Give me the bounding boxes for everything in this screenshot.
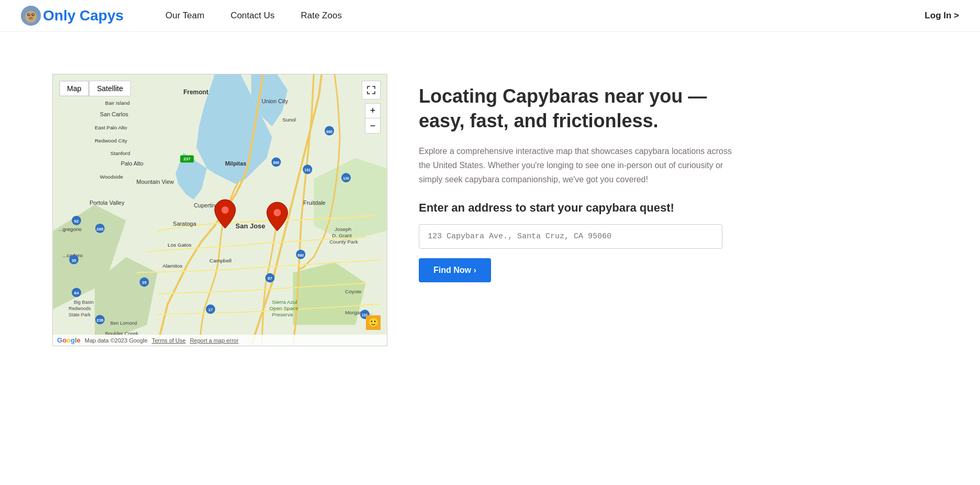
svg-text:Campbell: Campbell <box>209 258 231 263</box>
svg-text:101: 101 <box>305 168 311 172</box>
map-footer: Google Map data ©2023 Google Terms of Us… <box>53 335 387 346</box>
nav-contact-us[interactable]: Contact Us <box>220 0 285 32</box>
svg-text:680: 680 <box>326 130 332 134</box>
address-input[interactable] <box>419 224 722 249</box>
logo[interactable]: Only Capys <box>21 6 124 26</box>
svg-text:680: 680 <box>298 253 304 257</box>
svg-text:San Carlos: San Carlos <box>100 111 129 117</box>
svg-point-4 <box>29 14 30 15</box>
map-container: Map Satellite <box>52 74 387 346</box>
svg-point-76 <box>274 209 281 216</box>
svg-text:Joseph: Joseph <box>335 226 351 232</box>
svg-rect-7 <box>30 17 32 18</box>
map-fullscreen-button[interactable] <box>362 81 381 100</box>
svg-text:880: 880 <box>273 161 280 164</box>
map-zoom-in[interactable]: + <box>365 104 380 118</box>
svg-text:Los Gatos: Los Gatos <box>168 242 191 248</box>
svg-text:Sunol: Sunol <box>283 117 296 123</box>
svg-text:Woodside: Woodside <box>100 174 124 180</box>
svg-point-5 <box>33 14 34 15</box>
map-tab-controls: Map Satellite <box>59 81 131 96</box>
nav-our-team[interactable]: Our Team <box>155 0 215 32</box>
svg-text:130: 130 <box>343 177 349 180</box>
svg-text:Redwood City: Redwood City <box>95 138 127 144</box>
svg-text:Coyote: Coyote <box>345 289 362 294</box>
map-pegman[interactable]: 🙂 <box>366 315 381 330</box>
map-svg: Milpitas San Jose Cupertino Saratoga Los… <box>53 74 387 346</box>
svg-text:Fremont: Fremont <box>183 89 208 96</box>
logo-icon <box>21 6 41 26</box>
svg-text:Redwoods: Redwoods <box>69 306 91 311</box>
main-content: Map Satellite <box>0 32 980 367</box>
svg-text:17: 17 <box>208 307 213 312</box>
svg-text:35: 35 <box>142 280 147 285</box>
svg-text:Alamitos: Alamitos <box>162 263 182 269</box>
svg-text:D. Grant: D. Grant <box>332 233 352 238</box>
svg-text:Saratoga: Saratoga <box>173 221 196 227</box>
svg-text:Mountain View: Mountain View <box>137 179 174 185</box>
nav-rate-zoos[interactable]: Rate Zoos <box>290 0 352 32</box>
svg-text:East Palo Alto: East Palo Alto <box>95 125 127 130</box>
right-panel: Locating Capybaras near you — easy, fast… <box>419 74 743 282</box>
map-tab-map[interactable]: Map <box>59 81 89 96</box>
svg-text:35: 35 <box>72 258 76 263</box>
map-tab-satellite[interactable]: Satellite <box>89 81 131 96</box>
svg-point-75 <box>221 206 229 214</box>
svg-text:Fruitdale: Fruitdale <box>303 200 326 206</box>
map-data-credit: Map data ©2023 Google <box>85 337 148 344</box>
svg-text:236: 236 <box>96 318 104 323</box>
hero-title: Locating Capybaras near you — easy, fast… <box>419 84 743 134</box>
svg-text:State Park: State Park <box>69 312 91 317</box>
svg-text:Preserve: Preserve <box>272 312 293 317</box>
svg-text:San Jose: San Jose <box>236 222 265 230</box>
svg-text:Palo Alto: Palo Alto <box>121 160 143 167</box>
svg-text:Big Basin: Big Basin <box>74 300 94 305</box>
svg-text:County Park: County Park <box>329 239 358 245</box>
main-nav: Our Team Contact Us Rate Zoos <box>155 0 352 32</box>
map-terms[interactable]: Terms of Use <box>152 337 186 344</box>
svg-text:...gregorio: ...gregorio <box>58 226 82 232</box>
svg-text:Open Space: Open Space <box>270 305 299 311</box>
svg-text:237: 237 <box>184 157 191 161</box>
svg-text:Bair Island: Bair Island <box>105 100 130 106</box>
svg-text:Ben Lomond: Ben Lomond <box>110 321 137 326</box>
header: Only Capys Our Team Contact Us Rate Zoos… <box>0 0 980 32</box>
svg-text:Union City: Union City <box>262 98 288 104</box>
svg-text:Milpitas: Milpitas <box>225 160 247 167</box>
map-zoom-controls: + − <box>365 103 381 134</box>
svg-text:280: 280 <box>96 227 104 232</box>
svg-text:Stanford: Stanford <box>110 150 130 156</box>
quest-label: Enter an address to start your capybara … <box>419 201 743 215</box>
map-report[interactable]: Report a map error <box>190 337 239 344</box>
map-zoom-out[interactable]: − <box>365 118 380 133</box>
hero-description: Explore a comprehensive interactive map … <box>419 144 743 187</box>
google-logo: Google <box>57 336 81 344</box>
svg-text:Sierra Azul: Sierra Azul <box>272 299 297 305</box>
svg-text:Portola Valley: Portola Valley <box>90 200 125 206</box>
login-button[interactable]: Log In > <box>925 10 959 21</box>
logo-text: Only Capys <box>43 7 124 24</box>
find-now-button[interactable]: Find Now › <box>419 258 491 282</box>
svg-text:84: 84 <box>74 291 79 295</box>
svg-text:92: 92 <box>74 219 79 224</box>
svg-text:87: 87 <box>268 276 272 281</box>
